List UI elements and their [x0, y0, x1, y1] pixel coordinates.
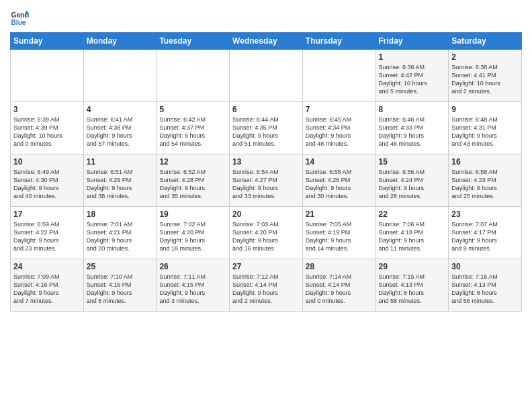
day-cell: 22Sunrise: 7:06 AM Sunset: 4:18 PM Dayli…: [375, 207, 449, 259]
col-header-thursday: Thursday: [302, 33, 375, 50]
logo-icon: General Blue: [10, 9, 29, 28]
day-info: Sunrise: 6:45 AM Sunset: 4:34 PM Dayligh…: [306, 116, 373, 148]
day-info: Sunrise: 6:38 AM Sunset: 4:41 PM Dayligh…: [451, 63, 519, 96]
svg-text:Blue: Blue: [11, 19, 26, 26]
day-info: Sunrise: 7:11 AM Sunset: 4:15 PM Dayligh…: [159, 273, 226, 306]
day-cell: 25Sunrise: 7:10 AM Sunset: 4:16 PM Dayli…: [83, 259, 157, 312]
day-number: 7: [306, 105, 373, 114]
week-row-4: 17Sunrise: 6:59 AM Sunset: 4:22 PM Dayli…: [11, 207, 522, 259]
day-number: 28: [306, 262, 373, 271]
day-cell: 13Sunrise: 6:54 AM Sunset: 4:27 PM Dayli…: [230, 154, 303, 207]
day-cell: 9Sunrise: 6:48 AM Sunset: 4:31 PM Daylig…: [449, 102, 522, 154]
col-header-friday: Friday: [375, 33, 449, 50]
day-cell: 3Sunrise: 6:39 AM Sunset: 4:39 PM Daylig…: [11, 102, 84, 154]
day-info: Sunrise: 6:59 AM Sunset: 4:22 PM Dayligh…: [13, 220, 81, 253]
col-header-tuesday: Tuesday: [157, 33, 230, 50]
day-cell: 4Sunrise: 6:41 AM Sunset: 4:38 PM Daylig…: [83, 102, 157, 154]
day-number: 19: [159, 210, 226, 219]
day-cell: 28Sunrise: 7:14 AM Sunset: 4:14 PM Dayli…: [302, 259, 375, 312]
day-number: 3: [13, 105, 81, 114]
day-number: 11: [87, 157, 154, 167]
day-cell: 16Sunrise: 6:58 AM Sunset: 4:23 PM Dayli…: [449, 154, 522, 207]
day-cell: 10Sunrise: 6:49 AM Sunset: 4:30 PM Dayli…: [11, 154, 84, 207]
calendar-table: SundayMondayTuesdayWednesdayThursdayFrid…: [10, 32, 522, 312]
day-info: Sunrise: 7:06 AM Sunset: 4:18 PM Dayligh…: [379, 220, 446, 253]
day-number: 14: [306, 157, 373, 167]
day-number: 24: [13, 262, 81, 271]
day-info: Sunrise: 6:42 AM Sunset: 4:37 PM Dayligh…: [159, 116, 226, 148]
day-cell: 7Sunrise: 6:45 AM Sunset: 4:34 PM Daylig…: [302, 102, 375, 154]
day-cell: 14Sunrise: 6:55 AM Sunset: 4:26 PM Dayli…: [302, 154, 375, 207]
day-number: 5: [159, 105, 226, 114]
day-number: 25: [87, 262, 154, 271]
day-cell: 19Sunrise: 7:02 AM Sunset: 4:20 PM Dayli…: [157, 207, 230, 259]
day-number: 30: [451, 262, 519, 271]
day-cell: 1Sunrise: 6:36 AM Sunset: 4:42 PM Daylig…: [375, 50, 449, 102]
day-info: Sunrise: 6:39 AM Sunset: 4:39 PM Dayligh…: [13, 116, 81, 148]
day-number: 17: [13, 210, 81, 219]
day-info: Sunrise: 7:16 AM Sunset: 4:13 PM Dayligh…: [451, 273, 519, 306]
day-cell: [83, 50, 157, 102]
day-cell: 23Sunrise: 7:07 AM Sunset: 4:17 PM Dayli…: [449, 207, 522, 259]
day-number: 10: [13, 157, 81, 167]
day-number: 8: [379, 105, 446, 114]
day-cell: 27Sunrise: 7:12 AM Sunset: 4:14 PM Dayli…: [230, 259, 303, 312]
day-info: Sunrise: 7:02 AM Sunset: 4:20 PM Dayligh…: [159, 220, 226, 253]
logo: General Blue: [10, 9, 29, 28]
day-cell: 18Sunrise: 7:01 AM Sunset: 4:21 PM Dayli…: [83, 207, 157, 259]
day-cell: 29Sunrise: 7:15 AM Sunset: 4:13 PM Dayli…: [375, 259, 449, 312]
day-number: 6: [232, 105, 300, 114]
day-cell: 30Sunrise: 7:16 AM Sunset: 4:13 PM Dayli…: [449, 259, 522, 312]
day-info: Sunrise: 7:14 AM Sunset: 4:14 PM Dayligh…: [306, 273, 373, 306]
day-cell: 5Sunrise: 6:42 AM Sunset: 4:37 PM Daylig…: [157, 102, 230, 154]
day-number: 29: [379, 262, 446, 271]
col-header-wednesday: Wednesday: [230, 33, 303, 50]
week-row-5: 24Sunrise: 7:09 AM Sunset: 4:16 PM Dayli…: [11, 259, 522, 312]
day-info: Sunrise: 7:10 AM Sunset: 4:16 PM Dayligh…: [87, 273, 154, 306]
day-number: 4: [87, 105, 154, 114]
day-number: 16: [451, 157, 519, 167]
day-cell: 20Sunrise: 7:03 AM Sunset: 4:20 PM Dayli…: [230, 207, 303, 259]
day-number: 18: [87, 210, 154, 219]
day-cell: 21Sunrise: 7:05 AM Sunset: 4:19 PM Dayli…: [302, 207, 375, 259]
day-info: Sunrise: 6:48 AM Sunset: 4:31 PM Dayligh…: [451, 116, 519, 148]
week-row-1: 1Sunrise: 6:36 AM Sunset: 4:42 PM Daylig…: [11, 50, 522, 102]
day-info: Sunrise: 6:56 AM Sunset: 4:24 PM Dayligh…: [379, 168, 446, 201]
day-cell: 17Sunrise: 6:59 AM Sunset: 4:22 PM Dayli…: [11, 207, 84, 259]
day-number: 20: [232, 210, 300, 219]
week-row-3: 10Sunrise: 6:49 AM Sunset: 4:30 PM Dayli…: [11, 154, 522, 207]
day-info: Sunrise: 6:58 AM Sunset: 4:23 PM Dayligh…: [451, 168, 519, 201]
day-cell: 8Sunrise: 6:46 AM Sunset: 4:33 PM Daylig…: [375, 102, 449, 154]
week-row-2: 3Sunrise: 6:39 AM Sunset: 4:39 PM Daylig…: [11, 102, 522, 154]
day-cell: 12Sunrise: 6:52 AM Sunset: 4:28 PM Dayli…: [157, 154, 230, 207]
day-info: Sunrise: 6:51 AM Sunset: 4:29 PM Dayligh…: [87, 168, 154, 201]
day-info: Sunrise: 6:36 AM Sunset: 4:42 PM Dayligh…: [379, 63, 446, 96]
day-cell: 26Sunrise: 7:11 AM Sunset: 4:15 PM Dayli…: [157, 259, 230, 312]
day-number: 26: [159, 262, 226, 271]
col-header-sunday: Sunday: [11, 33, 84, 50]
day-cell: 6Sunrise: 6:44 AM Sunset: 4:35 PM Daylig…: [230, 102, 303, 154]
day-cell: [11, 50, 84, 102]
day-info: Sunrise: 6:44 AM Sunset: 4:35 PM Dayligh…: [232, 116, 300, 148]
day-number: 13: [232, 157, 300, 167]
day-number: 12: [159, 157, 226, 167]
day-info: Sunrise: 7:05 AM Sunset: 4:19 PM Dayligh…: [306, 220, 373, 253]
col-header-monday: Monday: [83, 33, 157, 50]
day-info: Sunrise: 7:12 AM Sunset: 4:14 PM Dayligh…: [232, 273, 300, 306]
day-number: 1: [379, 52, 446, 62]
day-info: Sunrise: 6:49 AM Sunset: 4:30 PM Dayligh…: [13, 168, 81, 201]
day-cell: 24Sunrise: 7:09 AM Sunset: 4:16 PM Dayli…: [11, 259, 84, 312]
day-info: Sunrise: 6:55 AM Sunset: 4:26 PM Dayligh…: [306, 168, 373, 201]
header-row: General Blue: [10, 7, 522, 28]
day-cell: 11Sunrise: 6:51 AM Sunset: 4:29 PM Dayli…: [83, 154, 157, 207]
day-number: 23: [451, 210, 519, 219]
col-header-saturday: Saturday: [449, 33, 522, 50]
day-cell: 15Sunrise: 6:56 AM Sunset: 4:24 PM Dayli…: [375, 154, 449, 207]
day-number: 21: [306, 210, 373, 219]
day-cell: [302, 50, 375, 102]
day-cell: [230, 50, 303, 102]
day-info: Sunrise: 6:54 AM Sunset: 4:27 PM Dayligh…: [232, 168, 300, 201]
day-number: 27: [232, 262, 300, 271]
day-number: 9: [451, 105, 519, 114]
day-info: Sunrise: 7:15 AM Sunset: 4:13 PM Dayligh…: [379, 273, 446, 306]
